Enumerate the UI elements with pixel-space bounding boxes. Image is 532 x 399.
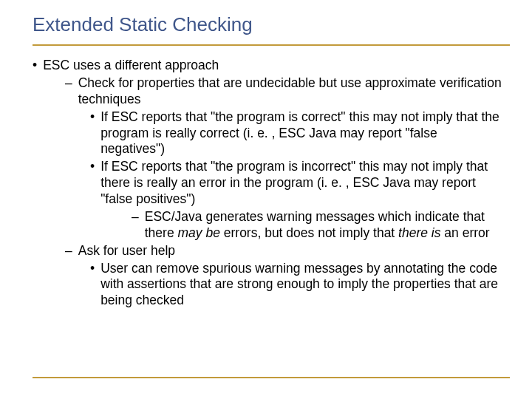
bullet-icon: • <box>90 261 100 310</box>
bullet-text: If ESC reports that "the program is corr… <box>100 109 502 158</box>
bullet-icon: • <box>90 109 100 158</box>
bullet-l2: • If ESC reports that "the program is in… <box>33 159 502 208</box>
dash-icon: – <box>65 243 78 259</box>
divider-bottom <box>33 377 510 378</box>
text-frag: errors, but does not imply that <box>220 225 398 240</box>
divider-top <box>33 44 510 46</box>
bullet-l1: – Ask for user help <box>33 243 502 259</box>
text-frag: an error <box>441 225 490 240</box>
bullet-text: Ask for user help <box>78 243 502 259</box>
bullet-icon: • <box>90 159 100 208</box>
bullet-icon: • <box>33 58 43 74</box>
dash-icon: – <box>132 209 145 242</box>
bullet-text: Check for properties that are undecidabl… <box>78 75 502 108</box>
italic-text: may be <box>177 225 219 240</box>
dash-icon: – <box>65 75 78 108</box>
bullet-text: ESC/Java generates warning messages whic… <box>145 209 502 242</box>
bullet-text: User can remove spurious warning message… <box>100 261 502 310</box>
bullet-l3: – ESC/Java generates warning messages wh… <box>33 209 502 242</box>
body-text: • ESC uses a different approach – Check … <box>33 58 502 310</box>
bullet-l2: • If ESC reports that "the program is co… <box>33 109 502 158</box>
bullet-l1: – Check for properties that are undecida… <box>33 75 502 108</box>
slide-title: Extended Static Checking <box>0 0 532 36</box>
bullet-l2: • User can remove spurious warning messa… <box>33 261 502 310</box>
slide: Extended Static Checking • ESC uses a di… <box>0 0 532 399</box>
bullet-l0: • ESC uses a different approach <box>33 58 502 74</box>
bullet-text: If ESC reports that "the program is inco… <box>100 159 502 208</box>
italic-text: there is <box>398 225 440 240</box>
bullet-text: ESC uses a different approach <box>43 58 502 74</box>
